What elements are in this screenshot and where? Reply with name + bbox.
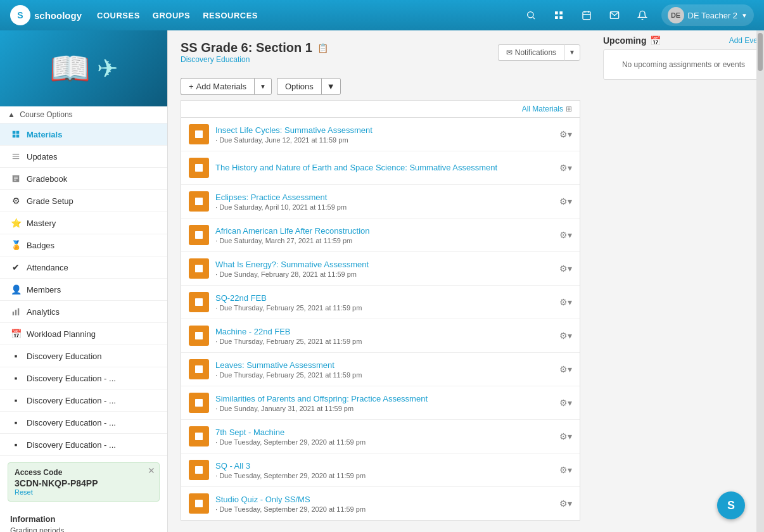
all-materials-bar: All Materials ⊞ [181,101,580,118]
sidebar-item-discovery-education-3[interactable]: ▪ Discovery Education - ... [0,390,167,412]
material-title[interactable]: Leaves: Summative Assessment [215,360,553,370]
nav-groups[interactable]: GROUPS [153,8,190,23]
material-gear-button[interactable]: ⚙▾ [559,230,572,240]
nav-courses[interactable]: COURSES [97,8,140,23]
svg-rect-36 [195,433,203,440]
material-title[interactable]: Similarities of Parents and Offspring: P… [215,394,553,403]
material-due: · Due Thursday, February 25, 2021 at 11:… [215,304,553,312]
material-title[interactable]: The History and Nature of Earth and Spac… [215,163,553,172]
access-code-close-button[interactable]: ✕ [148,466,155,476]
material-title[interactable]: What Is Energy?: Summative Assessment [215,260,553,269]
updates-icon [10,151,22,162]
course-options-row[interactable]: ▲ Course Options [0,106,167,124]
nav-icons: DE DE Teacher 2 ▼ [522,4,754,26]
options-button[interactable]: Options [277,78,321,95]
sidebar-item-badges[interactable]: 🏅 Badges [0,234,167,256]
sidebar-item-grade-setup[interactable]: ⚙ Grade Setup [0,190,167,212]
sidebar-item-materials[interactable]: Materials [0,124,167,146]
sidebar-item-attendance[interactable]: ✔ Attendance [0,256,167,279]
logo[interactable]: S schoology [10,5,82,25]
material-gear-button[interactable]: ⚙▾ [559,263,572,274]
course-subtitle[interactable]: Discovery Education [181,55,328,64]
table-row: What Is Energy?: Summative Assessment · … [181,252,580,286]
notifications-main-button[interactable]: ✉ Notifications [498,44,564,61]
material-title[interactable]: Machine - 22nd FEB [215,327,553,336]
sidebar-item-discovery-education-2[interactable]: ▪ Discovery Education - ... [0,367,167,390]
sidebar-item-workload-planning[interactable]: 📅 Workload Planning [0,323,167,345]
notifications-bell-button[interactable] [633,6,651,24]
material-gear-button[interactable]: ⚙▾ [559,331,572,341]
grading-periods-label: Grading periods [10,526,157,532]
svg-rect-38 [195,500,203,507]
course-banner-inner: 📖 ✈ [49,49,118,88]
sidebar-item-analytics[interactable]: Analytics [0,301,167,323]
top-navigation: S schoology COURSES GROUPS RESOURCES [0,0,764,30]
access-code-value: 3CDN-NKQP-P84PP [15,478,153,488]
access-code-reset-link[interactable]: Reset [15,488,153,496]
material-gear-button[interactable]: ⚙▾ [559,431,572,441]
sidebar-item-updates[interactable]: Updates [0,146,167,168]
material-icon [189,158,209,178]
sidebar-item-members[interactable]: 👤 Members [0,279,167,301]
material-gear-button[interactable]: ⚙▾ [559,398,572,408]
sidebar-item-label: Discovery Education - ... [27,374,116,383]
add-materials-dropdown-button[interactable]: ▼ [254,78,272,95]
material-title[interactable]: African American Life After Reconstructi… [215,226,553,236]
material-icon [189,426,209,446]
material-gear-button[interactable]: ⚙▾ [559,465,572,475]
material-details: The History and Nature of Earth and Spac… [215,163,553,174]
analytics-icon [10,306,22,317]
material-gear-button[interactable]: ⚙▾ [559,364,572,374]
svg-rect-3 [559,11,563,15]
svg-rect-14 [16,135,20,138]
material-gear-button[interactable]: ⚙▾ [559,297,572,307]
nav-resources[interactable]: RESOURCES [203,8,258,23]
grid-button[interactable] [550,6,568,24]
sidebar-item-discovery-education-5[interactable]: ▪ Discovery Education - ... [0,434,167,456]
material-due: · Due Tuesday, September 29, 2020 at 11:… [215,505,553,513]
material-gear-button[interactable]: ⚙▾ [559,163,572,173]
material-gear-button[interactable]: ⚙▾ [559,498,572,509]
material-title[interactable]: SQ-22nd FEB [215,293,553,303]
sidebar-item-gradebook[interactable]: Gradebook [0,168,167,190]
bottom-avatar[interactable]: S [717,491,745,519]
access-code-box: ✕ Access Code 3CDN-NKQP-P84PP Reset [8,462,160,502]
messages-button[interactable] [606,6,623,24]
search-button[interactable] [522,6,540,24]
svg-rect-4 [555,16,558,19]
add-materials-button[interactable]: + Add Materials [181,78,254,95]
material-title[interactable]: 7th Sept - Machine [215,428,553,437]
material-gear-button[interactable]: ⚙▾ [559,129,572,139]
material-title[interactable]: Studio Quiz - Only SS/MS [215,495,553,504]
materials-container: All Materials ⊞ Insect Life Cycles: Summ… [181,100,580,521]
options-dropdown-button[interactable]: ▼ [321,78,341,95]
material-icon [189,493,209,514]
gradebook-icon [10,173,22,184]
page-scrollbar[interactable] [756,30,764,532]
svg-rect-31 [195,265,203,272]
attendance-icon: ✔ [10,262,22,273]
sidebar-item-mastery[interactable]: ⭐ Mastery [0,212,167,234]
course-edit-icon[interactable]: 📋 [317,43,328,53]
svg-rect-22 [13,312,14,315]
all-materials-link[interactable]: All Materials [522,104,563,113]
sidebar-item-discovery-education[interactable]: ▪ Discovery Education [0,345,167,367]
sidebar-item-label: Discovery Education - ... [27,440,116,450]
calendar-button[interactable] [578,6,595,24]
course-options-label: Course Options [20,110,72,119]
material-details: Studio Quiz - Only SS/MS · Due Tuesday, … [215,495,553,513]
logo-text: schoology [34,10,82,21]
material-title[interactable]: SQ - All 3 [215,461,553,471]
material-title[interactable]: Eclipses: Practice Assessment [215,193,553,202]
material-icon [189,460,209,480]
notifications-dropdown-button[interactable]: ▼ [564,44,580,61]
no-events-text: No upcoming assignments or events [622,60,745,69]
material-title[interactable]: Insect Life Cycles: Summative Assessment [215,125,553,135]
material-details: Leaves: Summative Assessment · Due Thurs… [215,360,553,379]
table-row: 7th Sept - Machine · Due Tuesday, Septem… [181,420,580,453]
material-gear-button[interactable]: ⚙▾ [559,196,572,206]
material-details: SQ - All 3 · Due Tuesday, September 29, … [215,461,553,479]
filter-icon[interactable]: ⊞ [566,104,572,113]
user-menu[interactable]: DE DE Teacher 2 ▼ [661,4,754,26]
sidebar-item-discovery-education-4[interactable]: ▪ Discovery Education - ... [0,412,167,434]
